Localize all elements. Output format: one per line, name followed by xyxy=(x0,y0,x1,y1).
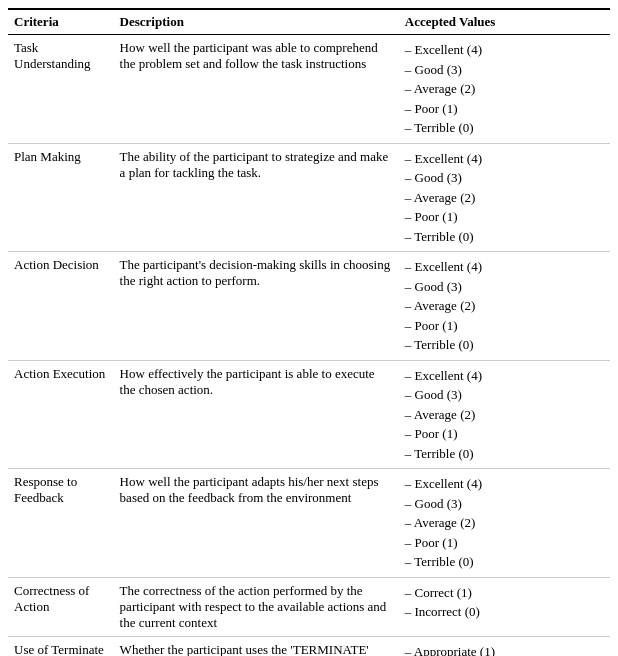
table-row: Task UnderstandingHow well the participa… xyxy=(8,35,610,144)
values-cell-3: Excellent (4)Good (3)Average (2)Poor (1)… xyxy=(399,360,610,469)
value-item: Correct (1) xyxy=(405,583,604,603)
criteria-cell-0: Task Understanding xyxy=(8,35,114,144)
value-item: Excellent (4) xyxy=(405,40,604,60)
value-item: Average (2) xyxy=(405,513,604,533)
value-item: Excellent (4) xyxy=(405,474,604,494)
values-cell-6: Appropriate (1)Inappropriate (0) xyxy=(399,636,610,656)
table-row: Action ExecutionHow effectively the part… xyxy=(8,360,610,469)
value-item: Terrible (0) xyxy=(405,335,604,355)
value-item: Poor (1) xyxy=(405,316,604,336)
value-item: Excellent (4) xyxy=(405,149,604,169)
table-header-row: Criteria Description Accepted Values xyxy=(8,9,610,35)
value-item: Terrible (0) xyxy=(405,444,604,464)
description-cell-2: The participant's decision-making skills… xyxy=(114,252,399,361)
value-item: Poor (1) xyxy=(405,533,604,553)
description-cell-1: The ability of the participant to strate… xyxy=(114,143,399,252)
criteria-cell-2: Action Decision xyxy=(8,252,114,361)
criteria-table: Criteria Description Accepted Values Tas… xyxy=(8,8,610,656)
value-item: Terrible (0) xyxy=(405,227,604,247)
value-item: Appropriate (1) xyxy=(405,642,604,657)
description-cell-6: Whether the participant uses the 'TERMIN… xyxy=(114,636,399,656)
value-item: Poor (1) xyxy=(405,207,604,227)
values-cell-0: Excellent (4)Good (3)Average (2)Poor (1)… xyxy=(399,35,610,144)
value-item: Excellent (4) xyxy=(405,257,604,277)
criteria-cell-5: Correctness of Action xyxy=(8,577,114,636)
value-item: Good (3) xyxy=(405,168,604,188)
values-cell-5: Correct (1)Incorrect (0) xyxy=(399,577,610,636)
header-description: Description xyxy=(114,9,399,35)
description-cell-3: How effectively the participant is able … xyxy=(114,360,399,469)
table-row: Correctness of ActionThe correctness of … xyxy=(8,577,610,636)
value-item: Good (3) xyxy=(405,277,604,297)
value-item: Poor (1) xyxy=(405,424,604,444)
value-item: Incorrect (0) xyxy=(405,602,604,622)
table-row: Action DecisionThe participant's decisio… xyxy=(8,252,610,361)
criteria-cell-6: Use of Terminate xyxy=(8,636,114,656)
table-row: Plan MakingThe ability of the participan… xyxy=(8,143,610,252)
description-cell-0: How well the participant was able to com… xyxy=(114,35,399,144)
table-row: Response to FeedbackHow well the partici… xyxy=(8,469,610,578)
value-item: Average (2) xyxy=(405,296,604,316)
value-item: Good (3) xyxy=(405,494,604,514)
value-item: Average (2) xyxy=(405,188,604,208)
header-accepted-values: Accepted Values xyxy=(399,9,610,35)
criteria-cell-1: Plan Making xyxy=(8,143,114,252)
description-cell-4: How well the participant adapts his/her … xyxy=(114,469,399,578)
table-row: Use of TerminateWhether the participant … xyxy=(8,636,610,656)
value-item: Good (3) xyxy=(405,60,604,80)
value-item: Average (2) xyxy=(405,79,604,99)
values-cell-1: Excellent (4)Good (3)Average (2)Poor (1)… xyxy=(399,143,610,252)
value-item: Poor (1) xyxy=(405,99,604,119)
values-cell-4: Excellent (4)Good (3)Average (2)Poor (1)… xyxy=(399,469,610,578)
criteria-cell-3: Action Execution xyxy=(8,360,114,469)
description-cell-5: The correctness of the action performed … xyxy=(114,577,399,636)
value-item: Average (2) xyxy=(405,405,604,425)
criteria-cell-4: Response to Feedback xyxy=(8,469,114,578)
value-item: Good (3) xyxy=(405,385,604,405)
header-criteria: Criteria xyxy=(8,9,114,35)
value-item: Excellent (4) xyxy=(405,366,604,386)
values-cell-2: Excellent (4)Good (3)Average (2)Poor (1)… xyxy=(399,252,610,361)
value-item: Terrible (0) xyxy=(405,552,604,572)
value-item: Terrible (0) xyxy=(405,118,604,138)
